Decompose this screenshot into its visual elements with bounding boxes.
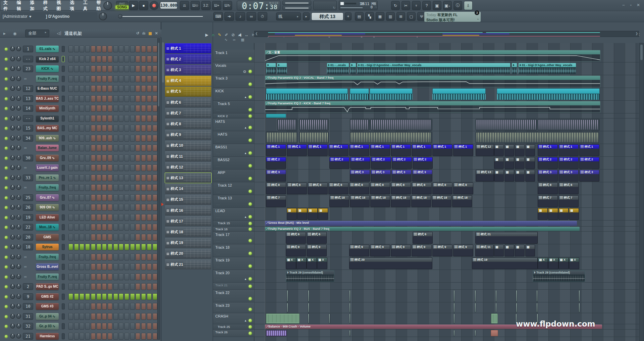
channel-button[interactable]: Grv..07 ∿ — [36, 194, 59, 201]
step-cell[interactable] — [85, 46, 90, 52]
step-cell[interactable] — [130, 293, 135, 300]
step-cell[interactable] — [68, 313, 73, 320]
auto-save-icon[interactable]: ↻ — [391, 1, 400, 10]
step-cell[interactable] — [85, 85, 90, 92]
pat-song-switch[interactable]: PAT SONG — [116, 1, 128, 10]
channel-mini-slider[interactable] — [62, 155, 65, 161]
magnet-icon[interactable]: ∩ — [212, 33, 215, 37]
channel-volume-knob[interactable] — [16, 96, 21, 101]
step-cell[interactable] — [113, 224, 118, 231]
step-cell[interactable] — [68, 274, 73, 280]
step-cell[interactable] — [147, 46, 152, 52]
hats-pattern-clip[interactable] — [538, 119, 600, 131]
pattern-clip[interactable]: ▤ 样式 1 — [579, 144, 599, 156]
channel-led[interactable] — [5, 58, 8, 61]
step-cell[interactable] — [97, 115, 101, 122]
step-cell[interactable] — [136, 56, 140, 62]
step-cell[interactable] — [79, 323, 84, 330]
channel-mini-slider[interactable] — [62, 234, 65, 240]
channel-led[interactable] — [5, 276, 8, 279]
channel-target-number[interactable]: -- — [23, 56, 33, 62]
audio-clip-short[interactable] — [266, 114, 286, 118]
step-cell[interactable] — [147, 184, 152, 191]
step-cell[interactable] — [136, 214, 140, 221]
track-header[interactable]: Track 26 — [213, 330, 254, 337]
track-header[interactable]: Track 19··· — [213, 257, 254, 270]
track-header[interactable]: LEAD▲··· — [213, 208, 254, 221]
step-cell[interactable] — [130, 303, 135, 310]
track-header[interactable]: Track 5··· — [213, 101, 254, 113]
pattern-clip[interactable]: ▤ 样式 1 — [328, 144, 348, 156]
step-cell[interactable] — [119, 184, 123, 191]
next-icon[interactable]: ➔ — [224, 12, 234, 21]
step-cell[interactable] — [124, 65, 129, 72]
step-cell[interactable] — [130, 244, 135, 250]
step-cell[interactable] — [68, 85, 73, 92]
pattern-clip[interactable]: ▤ 样式 1 — [453, 144, 473, 156]
play-button[interactable]: ▶ — [129, 1, 138, 10]
channel-target-number[interactable]: 10 — [23, 303, 33, 310]
step-cell[interactable] — [153, 105, 157, 112]
channel-target-number[interactable]: 15 — [23, 125, 33, 132]
audio-clip[interactable]: ⏵ — [277, 63, 287, 75]
channel-mini-slider[interactable] — [62, 145, 65, 151]
track-led[interactable] — [249, 319, 252, 322]
step-cell[interactable] — [102, 145, 107, 151]
step-cell[interactable] — [68, 56, 73, 62]
channel-mini-slider[interactable] — [62, 66, 65, 72]
channel-button[interactable]: Sylenth1 — [36, 115, 59, 122]
pattern-selector[interactable]: 样式 13 — [311, 12, 343, 20]
graph-editor-icon[interactable]: ılı — [142, 31, 145, 36]
step-cell[interactable] — [113, 244, 118, 250]
automation-clip[interactable]: ⟋Fruity Parametric EQ 2 - KICK - Band 7 … — [265, 101, 600, 113]
rack-speaker-icon[interactable]: ◁⏐ — [57, 31, 62, 36]
step-cell[interactable] — [130, 46, 135, 52]
step-cell[interactable] — [74, 303, 79, 310]
pattern-clip[interactable]: ▤ 样式 1 — [308, 144, 328, 156]
copy-icon[interactable]: ▢ — [407, 12, 416, 21]
channel-volume-knob[interactable] — [16, 225, 21, 230]
step-cell[interactable] — [108, 283, 112, 290]
channel-target-number[interactable]: 2 — [23, 283, 33, 290]
step-cell[interactable] — [147, 214, 152, 221]
step-cell[interactable] — [108, 85, 112, 92]
channel-pan-knob[interactable] — [10, 116, 15, 121]
pattern-clip[interactable]: ▤ 样式 18 — [370, 195, 390, 207]
rack-play-icon[interactable]: ▶ — [3, 32, 6, 35]
track-led[interactable] — [249, 239, 252, 242]
step-cell[interactable] — [113, 155, 118, 161]
pattern-clip[interactable]: ▤ — [525, 245, 535, 256]
pattern-clip[interactable]: ▤ X — [296, 257, 307, 269]
step-cell[interactable] — [74, 145, 79, 151]
channel-led[interactable] — [5, 107, 8, 110]
metronome2-icon[interactable]: ⏱ — [258, 12, 267, 21]
channel-led[interactable] — [5, 295, 8, 298]
channel-volume-knob[interactable] — [16, 284, 21, 289]
step-cell[interactable] — [153, 155, 157, 161]
pattern-clip[interactable]: ▤ 样式 18 — [350, 195, 370, 207]
step-cell[interactable] — [85, 135, 90, 142]
step-cell[interactable] — [108, 164, 112, 171]
pattern-clip[interactable]: ▤ 样式 1 — [412, 144, 432, 156]
channel-pan-knob[interactable] — [10, 254, 15, 259]
step-cell[interactable] — [97, 293, 101, 300]
step-cell[interactable] — [79, 214, 84, 221]
wait-input-icon[interactable]: Ш⏲ — [191, 1, 200, 10]
pattern-clip[interactable]: ▤ — [297, 208, 307, 220]
channel-mini-slider[interactable] — [62, 175, 65, 181]
track-led[interactable] — [249, 177, 252, 180]
channel-mini-slider[interactable] — [62, 224, 65, 230]
step-cell[interactable] — [113, 293, 118, 300]
step-cell[interactable] — [136, 224, 140, 231]
step-cell[interactable] — [136, 194, 140, 201]
step-cell[interactable] — [91, 85, 96, 92]
step-cell[interactable] — [102, 85, 107, 92]
step-cell[interactable] — [153, 283, 157, 290]
pattern-clip[interactable]: ▤ 样式 3 — [558, 170, 579, 182]
pattern-clip[interactable]: ▤ 样式 3 — [266, 170, 286, 182]
step-cell[interactable] — [119, 105, 123, 112]
step-cell[interactable] — [108, 76, 112, 82]
pattern-clip[interactable]: ▤ 样式 2 — [392, 157, 412, 169]
pattern-clip[interactable]: ▤ X — [558, 257, 569, 269]
step-cell[interactable] — [102, 283, 107, 290]
